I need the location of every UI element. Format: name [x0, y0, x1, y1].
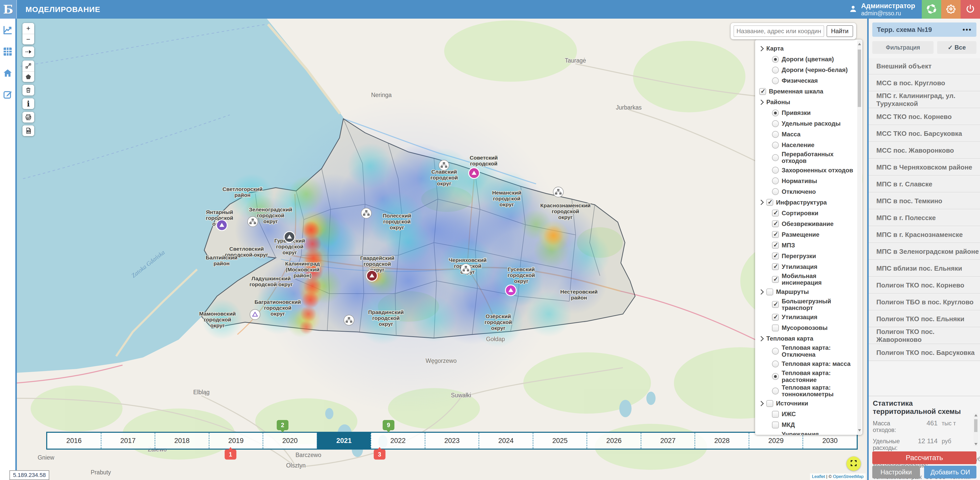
map-marker-tri[interactable] — [216, 220, 227, 231]
select-all-button[interactable]: ✓ Все — [937, 41, 977, 54]
zoom-in-button[interactable]: + — [22, 23, 34, 34]
list-item[interactable]: МСС ТКО пос. Барсуковка — [869, 126, 980, 142]
layer-row[interactable]: Районы — [758, 97, 855, 107]
radio-off[interactable] — [772, 177, 779, 184]
analytics-icon[interactable] — [3, 25, 13, 35]
checkbox-on[interactable] — [772, 314, 779, 321]
layer-label[interactable]: Мусоровозовы — [782, 325, 827, 331]
search-button[interactable]: Найти — [827, 25, 853, 37]
layer-label[interactable]: Большегрузный транспорт — [782, 298, 855, 311]
layer-row[interactable]: Перегрузки — [758, 251, 855, 262]
timeline-year-2017[interactable]: 2017 — [101, 433, 155, 448]
layer-label[interactable]: Переработанных отходов — [782, 151, 855, 164]
layer-row[interactable]: Утилизация — [758, 262, 855, 272]
layer-row[interactable]: Учреждения, организации, офисы, конторы — [758, 431, 855, 435]
map-marker-org[interactable] — [439, 160, 449, 170]
scroll-up-icon[interactable] — [974, 414, 977, 416]
list-item[interactable]: МСС в пос. Круглово — [869, 75, 980, 91]
layer-row[interactable]: Утилизация — [758, 312, 855, 322]
layer-label[interactable]: Размещение — [782, 231, 819, 238]
list-item[interactable]: МПС вблизи пос. Ельняки — [869, 260, 980, 277]
checkbox-on[interactable] — [772, 220, 779, 227]
layer-row[interactable]: Население — [758, 140, 855, 150]
map-marker-org[interactable] — [344, 315, 354, 325]
radio-on[interactable] — [772, 373, 779, 380]
chevron-right-icon[interactable] — [759, 401, 764, 406]
radio-on[interactable] — [772, 56, 779, 63]
ellipsis-menu-icon[interactable]: ••• — [963, 26, 972, 34]
layer-row[interactable]: МПЗ — [758, 240, 855, 251]
layer-row[interactable]: Сортировки — [758, 208, 855, 218]
radio-off[interactable] — [772, 142, 779, 148]
timeline-year-2025[interactable]: 2025 — [533, 433, 587, 448]
scroll-down-icon[interactable] — [858, 429, 861, 432]
layer-label[interactable]: Тепловая карта — [766, 335, 813, 342]
list-item[interactable]: Полигон ТКО пос. Жаворонково — [869, 328, 980, 344]
map-marker-tri[interactable] — [506, 285, 516, 296]
radio-off[interactable] — [772, 167, 779, 174]
layer-label[interactable]: Тепловая карта: тоннокилометры — [782, 384, 855, 398]
map-marker-org[interactable] — [361, 208, 371, 218]
map-marker-tri[interactable] — [284, 231, 295, 242]
layer-label[interactable]: Временная шкала — [769, 88, 823, 95]
grid-icon[interactable] — [3, 47, 13, 56]
scheme-settings-button[interactable]: Настройки — [872, 466, 920, 478]
checkbox-off[interactable] — [766, 400, 773, 407]
layer-label[interactable]: Население — [782, 142, 815, 148]
search-input[interactable] — [733, 26, 824, 37]
map-marker-tri[interactable] — [367, 270, 377, 281]
checkbox-off[interactable] — [772, 411, 779, 418]
trash-icon[interactable] — [22, 85, 34, 96]
draw-polygon-icon[interactable] — [22, 71, 34, 82]
timeline-year-2019[interactable]: 2019 — [209, 433, 263, 448]
printer-icon[interactable] — [22, 112, 34, 123]
map-marker-tri[interactable] — [469, 168, 479, 179]
chevron-right-icon[interactable] — [759, 289, 764, 295]
map-marker-tri-outline[interactable] — [250, 309, 260, 320]
layer-row[interactable]: Тепловая карта: расстояние — [758, 369, 855, 384]
checkbox-on[interactable] — [772, 301, 779, 308]
list-item[interactable]: МПС в г. Славске — [869, 176, 980, 193]
timeline-year-2023[interactable]: 2023 — [425, 433, 479, 448]
layer-label[interactable]: Обезвреживание — [782, 221, 834, 227]
layer-row[interactable]: Масса — [758, 129, 855, 140]
list-item[interactable]: МПС в г. Краснознаменске — [869, 227, 980, 243]
osm-link[interactable]: OpenStreetMap — [833, 474, 864, 479]
timeline-year-2016[interactable]: 2016 — [47, 433, 101, 448]
map-marker-org[interactable] — [248, 217, 258, 227]
layer-row[interactable]: Тепловая карта — [758, 333, 855, 344]
layers-scrollbar[interactable] — [857, 40, 862, 434]
timeline-year-2022[interactable]: 2022 — [371, 433, 425, 448]
layer-label[interactable]: Перегрузки — [782, 253, 816, 259]
layer-label[interactable]: Тепловая карта: масса — [782, 360, 851, 367]
logout-button[interactable] — [961, 0, 980, 19]
scheme-header[interactable]: Терр. схема №19 ••• — [872, 22, 977, 37]
timeline-year-2018[interactable]: 2018 — [155, 433, 209, 448]
checkbox-off[interactable] — [766, 289, 773, 295]
layer-row[interactable]: Дороги (цветная) — [758, 54, 855, 65]
chevron-right-icon[interactable] — [759, 46, 764, 51]
layer-row[interactable]: Удельные расходы — [758, 118, 855, 129]
list-item[interactable]: МПС г. Калининград, ул. Туруханской — [869, 92, 980, 108]
layer-row[interactable]: Тепловая карта: тоннокилометры — [758, 384, 855, 398]
zoom-out-button[interactable]: − — [22, 34, 34, 45]
app-logo[interactable]: Б — [0, 0, 17, 19]
layer-label[interactable]: Районы — [766, 99, 790, 105]
scroll-down-icon[interactable] — [974, 443, 977, 445]
timeline-year-2020[interactable]: 2020 — [262, 433, 317, 448]
layer-row[interactable]: Физическая — [758, 75, 855, 86]
radio-off[interactable] — [772, 67, 779, 73]
radio-off[interactable] — [772, 77, 779, 84]
add-object-button[interactable]: Добавить ОИ — [924, 466, 977, 478]
layer-label[interactable]: МПЗ — [782, 242, 795, 249]
scroll-up-icon[interactable] — [858, 43, 861, 45]
filter-button[interactable]: Фильтрация — [872, 41, 934, 54]
user-account[interactable]: Администратор admin@rsso.ru — [849, 2, 915, 17]
layer-row[interactable]: Переработанных отходов — [758, 150, 855, 165]
layer-row[interactable]: Инфраструктура — [758, 197, 855, 208]
list-item[interactable]: МСС ТКО пос. Корнево — [869, 109, 980, 125]
layer-label[interactable]: Утилизация — [782, 263, 818, 270]
layer-row[interactable]: Отключено — [758, 187, 855, 197]
edit-icon[interactable] — [3, 89, 13, 99]
checkbox-on[interactable] — [772, 210, 779, 217]
